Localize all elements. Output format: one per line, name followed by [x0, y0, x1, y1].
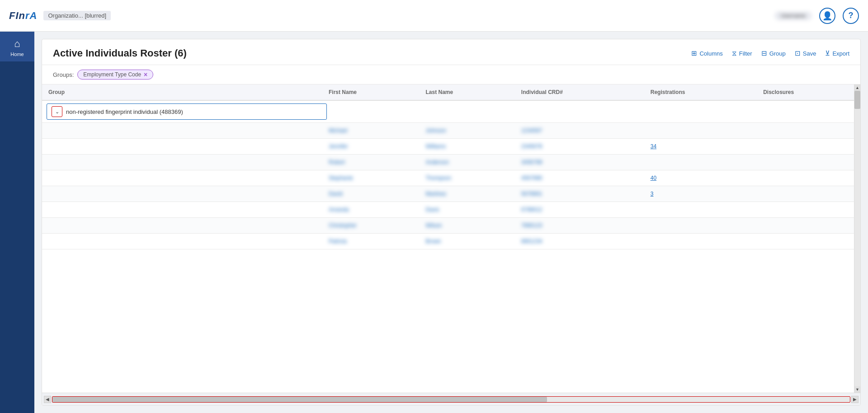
scroll-left-button[interactable]: ◀ — [44, 396, 51, 403]
cell-last-name-4: Thompson — [419, 170, 514, 186]
cell-last-name-2: Williams — [419, 139, 514, 155]
registration-link-3: 3 — [651, 191, 654, 197]
col-header-registrations: Registrations — [644, 84, 757, 100]
horizontal-scrollbar-area[interactable]: ◀ ▶ — [42, 393, 860, 405]
top-nav: FInrA Organizatio... [blurred] Username … — [0, 0, 868, 32]
cell-reg-6 — [644, 202, 757, 218]
scroll-down-button[interactable]: ▼ — [854, 386, 860, 393]
user-name-pill: Username — [774, 11, 812, 20]
cell-reg-7 — [644, 218, 757, 234]
cell-crd-4: 4567890 — [515, 170, 644, 186]
cell-reg-3 — [644, 155, 757, 170]
table-row: Michael Johnson 1234567 — [42, 123, 860, 139]
cell-reg-1 — [644, 123, 757, 139]
cell-first-name-1: Michael — [322, 123, 419, 139]
sidebar-home-label: Home — [10, 52, 24, 57]
home-icon: ⌂ — [14, 38, 20, 50]
scroll-up-button[interactable]: ▲ — [854, 84, 860, 91]
save-icon: ⊡ — [795, 49, 801, 57]
table-row: Patricia Brown 8901234 — [42, 234, 860, 249]
org-label: Organizatio... [blurred] — [43, 11, 111, 20]
export-button[interactable]: ⊻ Export — [825, 49, 849, 57]
cell-disc-3 — [757, 155, 860, 170]
cell-disc-5 — [757, 186, 860, 202]
v-scroll-track[interactable] — [854, 91, 860, 386]
group-icon: ⊟ — [761, 49, 767, 57]
table-row: Jennifer Williams 2345678 34 — [42, 139, 860, 155]
cell-first-name-5: David — [322, 186, 419, 202]
cell-first-name-3: Robert — [322, 155, 419, 170]
cell-disc-7 — [757, 218, 860, 234]
h-scroll-thumb[interactable] — [52, 397, 547, 402]
col-header-crd: Individual CRD# — [515, 84, 644, 100]
cell-first-name-2: Jennifer — [322, 139, 419, 155]
cell-first-name-7: Christopher — [322, 218, 419, 234]
cell-disc-6 — [757, 202, 860, 218]
cell-crd-5: 5678901 — [515, 186, 644, 202]
group-collapse-button[interactable]: ⌄ — [52, 106, 62, 117]
scroll-right-button[interactable]: ▶ — [851, 396, 859, 403]
data-table: Group First Name Last Name Individual CR… — [42, 84, 860, 249]
cell-last-name-8: Brown — [419, 234, 514, 249]
cell-group-2 — [42, 139, 322, 155]
layout: ⌂ Home Active Individuals Roster (6) ⊞ C… — [0, 32, 868, 413]
table-container[interactable]: Group First Name Last Name Individual CR… — [42, 84, 860, 393]
h-scroll-track[interactable] — [52, 396, 850, 403]
cell-crd-6: 6789012 — [515, 202, 644, 218]
table-row: Robert Anderson 3456789 — [42, 155, 860, 170]
group-pill-remove[interactable]: × — [144, 71, 147, 78]
main-content: Active Individuals Roster (6) ⊞ Columns … — [34, 32, 868, 413]
cell-crd-7: 7890123 — [515, 218, 644, 234]
group-header-cell: ⌄ non-registered fingerprint individual … — [42, 100, 860, 123]
save-button[interactable]: ⊡ Save — [795, 49, 816, 57]
columns-icon: ⊞ — [691, 49, 697, 57]
cell-disc-2 — [757, 139, 860, 155]
col-header-disclosures: Disclosures — [757, 84, 860, 100]
content-area: Active Individuals Roster (6) ⊞ Columns … — [42, 39, 861, 406]
table-row: Stephanie Thompson 4567890 40 — [42, 170, 860, 186]
cell-crd-8: 8901234 — [515, 234, 644, 249]
group-row-inner: ⌄ non-registered fingerprint individual … — [47, 103, 327, 120]
cell-last-name-3: Anderson — [419, 155, 514, 170]
columns-button[interactable]: ⊞ Columns — [691, 49, 722, 57]
content-header: Active Individuals Roster (6) ⊞ Columns … — [42, 39, 860, 65]
cell-first-name-8: Patricia — [322, 234, 419, 249]
col-header-first-name: First Name — [322, 84, 419, 100]
cell-last-name-5: Martinez — [419, 186, 514, 202]
v-scroll-thumb[interactable] — [854, 91, 860, 109]
cell-reg-4[interactable]: 40 — [644, 170, 757, 186]
cell-crd-1: 1234567 — [515, 123, 644, 139]
col-header-last-name: Last Name — [419, 84, 514, 100]
cell-group-5 — [42, 186, 322, 202]
cell-group-3 — [42, 155, 322, 170]
group-pill-label: Employment Type Code — [83, 71, 141, 78]
registration-link-40: 40 — [651, 175, 656, 181]
cell-group-4 — [42, 170, 322, 186]
group-button[interactable]: ⊟ Group — [761, 49, 786, 57]
cell-group-8 — [42, 234, 322, 249]
sidebar: ⌂ Home — [0, 32, 34, 413]
filter-button[interactable]: ⧖ Filter — [732, 49, 752, 57]
user-profile-icon[interactable]: 👤 — [819, 8, 835, 24]
vertical-scrollbar[interactable]: ▲ ▼ — [854, 84, 860, 393]
filter-icon: ⧖ — [732, 49, 737, 57]
cell-group-7 — [42, 218, 322, 234]
cell-group-1 — [42, 123, 322, 139]
table-row: Amanda Davis 6789012 — [42, 202, 860, 218]
cell-reg-8 — [644, 234, 757, 249]
cell-reg-2[interactable]: 34 — [644, 139, 757, 155]
page-title: Active Individuals Roster (6) — [53, 47, 187, 59]
cell-disc-8 — [757, 234, 860, 249]
cell-disc-4 — [757, 170, 860, 186]
cell-group-6 — [42, 202, 322, 218]
groups-row: Groups: Employment Type Code × — [42, 65, 860, 84]
table-header-row: Group First Name Last Name Individual CR… — [42, 84, 860, 100]
table-row: David Martinez 5678901 3 — [42, 186, 860, 202]
sidebar-item-home[interactable]: ⌂ Home — [0, 32, 34, 61]
col-header-group: Group — [42, 84, 322, 100]
help-icon[interactable]: ? — [843, 8, 859, 24]
cell-reg-5[interactable]: 3 — [644, 186, 757, 202]
cell-crd-2: 2345678 — [515, 139, 644, 155]
registration-link-34: 34 — [651, 143, 656, 150]
cell-disc-1 — [757, 123, 860, 139]
